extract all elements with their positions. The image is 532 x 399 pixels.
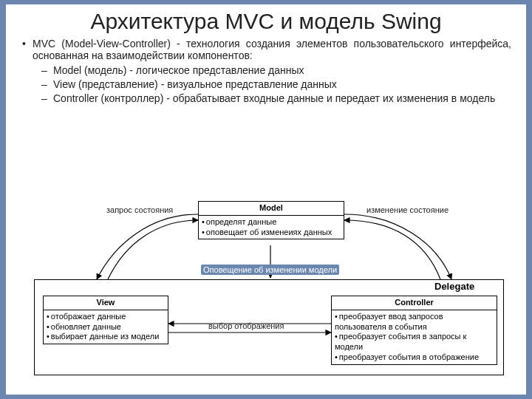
view-box: View отображает данные обновляет данные …	[43, 296, 168, 344]
sub-bullet-view: View (представление) - визуальное предст…	[41, 78, 511, 90]
slide-title: Архитектура MVC и модель Swing	[18, 4, 514, 35]
edge-state-change: изменение состояние	[366, 205, 449, 214]
controller-line: преобразует ввод запросов пользователя в…	[335, 312, 494, 332]
view-title: View	[44, 296, 168, 310]
edge-state-request: запрос состояния	[106, 205, 173, 214]
view-line: отображает данные	[47, 312, 165, 322]
view-line: выбирает данные из модели	[47, 332, 165, 342]
edge-model-notify: Оповещение об изменении модели	[201, 265, 339, 275]
sub-bullet-controller: Controller (контроллер) - обрабатывает в…	[41, 92, 511, 104]
model-box: Model определят данные оповещает об изме…	[198, 201, 344, 239]
view-line: обновляет данные	[47, 322, 165, 332]
edge-view-select: выбор отображения	[208, 321, 284, 330]
mvc-diagram: Model определят данные оповещает об изме…	[27, 198, 511, 387]
controller-line: преобразует события в отображение	[335, 352, 494, 363]
sub-bullet-model: Model (модель) - логическое представлени…	[41, 64, 511, 76]
controller-box: Controller преобразует ввод запросов пол…	[331, 296, 497, 365]
intro-bullet: MVC (Model-View-Controller) - технология…	[21, 38, 511, 61]
slide-body: MVC (Model-View-Controller) - технология…	[18, 35, 514, 104]
slide: Архитектура MVC и модель Swing MVC (Mode…	[6, 4, 526, 395]
model-line: оповещает об изменеиях данных	[202, 228, 341, 238]
controller-line: преобразует события в запросы к модели	[335, 332, 494, 352]
delegate-label: Delegate	[434, 281, 474, 292]
controller-title: Controller	[332, 296, 497, 310]
model-title: Model	[199, 202, 344, 216]
model-line: определят данные	[202, 217, 341, 228]
